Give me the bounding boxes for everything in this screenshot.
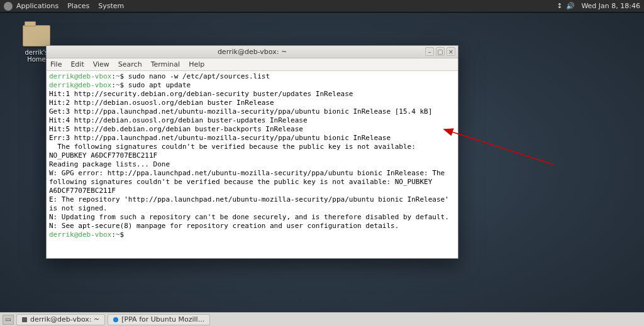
volume-tray-icon[interactable]: 🔊 — [566, 2, 575, 10]
taskbar-item-label: derrik@deb-vbox: ~ — [30, 315, 99, 323]
window-title: derrik@deb-vbox: ~ — [47, 48, 458, 56]
prompt-sep: : — [111, 72, 116, 80]
term-line-error: The following signatures couldn't be ver… — [49, 143, 419, 160]
taskbar-item-label: [PPA for Ubuntu Mozill... — [121, 315, 204, 323]
network-tray-icon[interactable]: ↕ — [557, 2, 562, 10]
prompt-path: ~ — [116, 72, 120, 80]
prompt-sym: $ — [120, 72, 125, 80]
term-line: W: GPG error: http://ppa.launchpad.net/u… — [49, 169, 449, 195]
menubar-terminal[interactable]: Terminal — [151, 60, 180, 68]
term-line: N: Updating from such a repository can't… — [49, 213, 449, 221]
taskbar-item-terminal[interactable]: derrik@deb-vbox: ~ — [16, 314, 105, 325]
menubar-file[interactable]: File — [50, 60, 62, 68]
prompt-sep: : — [111, 231, 116, 239]
term-line: Err:3 http://ppa.launchpad.net/ubuntu-mo… — [49, 134, 391, 142]
term-line: Reading package lists... Done — [49, 160, 170, 168]
menubar-help[interactable]: Help — [189, 60, 204, 68]
applications-menu[interactable]: Applications — [16, 2, 58, 10]
system-menu[interactable]: System — [98, 2, 124, 10]
prompt-path: ~ — [116, 231, 120, 239]
term-line: Hit:4 http://debian.osuosl.org/debian bu… — [49, 116, 308, 124]
menubar-edit[interactable]: Edit — [70, 60, 84, 68]
folder-icon — [23, 25, 50, 46]
bottom-taskbar: ▭ derrik@deb-vbox: ~ [PPA for Ubuntu Moz… — [0, 312, 644, 326]
prompt-sym: $ — [120, 231, 125, 239]
terminal-menubar: File Edit View Search Terminal Help — [47, 58, 458, 71]
term-line: Get:3 http://ppa.launchpad.net/ubuntu-mo… — [49, 107, 432, 116]
top-panel: Applications Places System ↕ 🔊 Wed Jan 8… — [0, 0, 644, 13]
term-line: Hit:5 http://deb.debian.org/debian buste… — [49, 125, 303, 133]
svg-line-0 — [444, 129, 553, 165]
term-cmd-1: sudo nano -w /etc/apt/sources.list — [128, 72, 270, 80]
panel-clock[interactable]: Wed Jan 8, 18:46 — [581, 2, 640, 10]
maximize-button[interactable]: ▢ — [436, 47, 445, 56]
close-button[interactable]: × — [447, 47, 455, 56]
terminal-body[interactable]: derrik@deb-vbox:~$ sudo nano -w /etc/apt… — [47, 71, 458, 258]
terminal-window: derrik@deb-vbox: ~ – ▢ × File Edit View … — [46, 45, 458, 259]
prompt-sep: : — [111, 81, 116, 89]
term-line: Hit:2 http://debian.osuosl.org/debian bu… — [49, 99, 274, 107]
prompt-user: derrik@deb-vbox — [49, 72, 111, 80]
minimize-button[interactable]: – — [425, 47, 434, 56]
places-menu[interactable]: Places — [67, 2, 89, 10]
window-titlebar[interactable]: derrik@deb-vbox: ~ – ▢ × — [47, 46, 458, 58]
show-desktop-button[interactable]: ▭ — [3, 315, 14, 325]
term-line: E: The repository 'http://ppa.launchpad.… — [49, 195, 453, 212]
menubar-search[interactable]: Search — [118, 60, 142, 68]
prompt-sym: $ — [120, 81, 125, 89]
prompt-user: derrik@deb-vbox — [49, 231, 111, 239]
menubar-view[interactable]: View — [93, 60, 109, 68]
prompt-user: derrik@deb-vbox — [49, 81, 111, 89]
taskbar-item-browser[interactable]: [PPA for Ubuntu Mozill... — [108, 314, 210, 325]
browser-task-icon — [113, 317, 118, 322]
gnome-logo-icon[interactable] — [4, 2, 13, 11]
window-controls: – ▢ × — [425, 47, 455, 56]
prompt-path: ~ — [116, 81, 120, 89]
term-cmd-2: sudo apt update — [128, 81, 191, 89]
term-line: Hit:1 http://security.debian.org/debian-… — [49, 90, 353, 98]
terminal-task-icon — [22, 317, 27, 322]
term-line: N: See apt-secure(8) manpage for reposit… — [49, 222, 399, 230]
